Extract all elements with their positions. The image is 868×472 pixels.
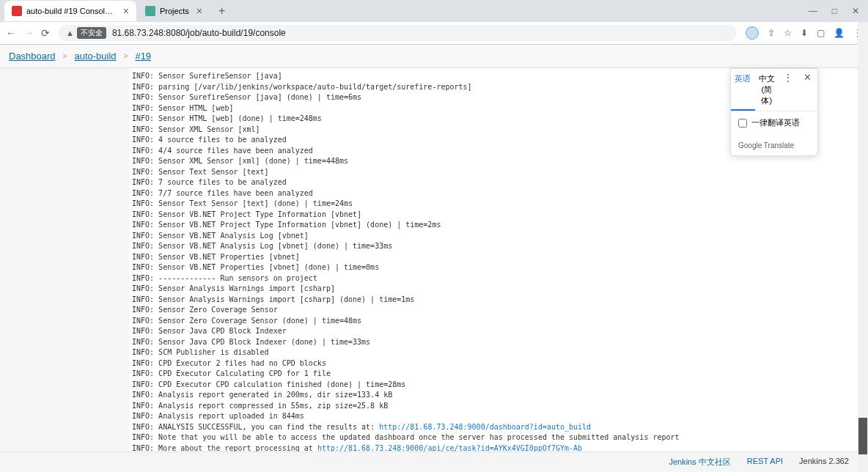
- star-icon[interactable]: ☆: [784, 28, 792, 38]
- crumb-sep: >: [63, 52, 67, 60]
- browser-tab-active[interactable]: auto-build #19 Console [Jenk ×: [4, 1, 136, 21]
- translate-popup: 英语 中文 (简体) ⋮ ✕ 一律翻译英语 Google Translate: [730, 68, 818, 156]
- translate-icon[interactable]: [746, 26, 759, 40]
- maximize-button[interactable]: □: [832, 6, 837, 16]
- scroll-thumb[interactable]: [858, 418, 867, 454]
- translate-close-icon[interactable]: ✕: [798, 69, 817, 111]
- download-icon[interactable]: ⬇: [801, 28, 808, 38]
- footer-link-community[interactable]: Jenkins 中文社区: [669, 457, 730, 468]
- translate-tab-en[interactable]: 英语: [731, 69, 755, 111]
- browser-chrome: auto-build #19 Console [Jenk × Projects …: [0, 0, 868, 45]
- reload-button[interactable]: ⟳: [41, 27, 50, 39]
- tab-title: Projects: [160, 7, 189, 15]
- new-tab-button[interactable]: +: [211, 4, 232, 18]
- close-window-button[interactable]: ✕: [852, 6, 859, 16]
- translate-checkbox-input[interactable]: [738, 119, 747, 128]
- translate-footer: Google Translate: [731, 139, 817, 155]
- minimize-button[interactable]: —: [809, 6, 817, 16]
- extension-icon[interactable]: ▢: [817, 28, 825, 38]
- crumb-job[interactable]: auto-build: [74, 51, 116, 62]
- translate-tab-zh[interactable]: 中文 (简体): [755, 69, 779, 111]
- footer-link-restapi[interactable]: REST API: [747, 457, 783, 468]
- tab-close-icon[interactable]: ×: [123, 5, 129, 17]
- sonar-favicon: [145, 6, 155, 16]
- page-footer: Jenkins 中文社区 REST API Jenkins 2.362: [0, 451, 858, 472]
- content-area: 英语 中文 (简体) ⋮ ✕ 一律翻译英语 Google Translate I…: [0, 68, 868, 472]
- window-controls: — □ ✕: [809, 6, 868, 16]
- crumb-build[interactable]: #19: [135, 51, 151, 62]
- profile-icon[interactable]: 👤: [834, 28, 845, 38]
- crumb-dashboard[interactable]: Dashboard: [9, 51, 56, 62]
- tab-bar: auto-build #19 Console [Jenk × Projects …: [0, 0, 868, 22]
- translate-always-checkbox[interactable]: 一律翻译英语: [738, 117, 810, 128]
- back-button[interactable]: ←: [6, 27, 16, 39]
- console-link[interactable]: http://81.68.73.248:9000/dashboard?id=au…: [379, 423, 591, 431]
- share-icon[interactable]: ⇪: [768, 28, 775, 38]
- tab-title: auto-build #19 Console [Jenk: [26, 7, 116, 15]
- nav-buttons: ← → ⟳: [6, 27, 50, 39]
- url-text: 81.68.73.248:8080/job/auto-build/19/cons…: [112, 28, 286, 38]
- translate-body: 一律翻译英语: [731, 111, 817, 139]
- translate-menu-icon[interactable]: ⋮: [779, 69, 798, 111]
- footer-version: Jenkins 2.362: [799, 457, 849, 468]
- url-bar[interactable]: ▲ 不安全 81.68.73.248:8080/job/auto-build/1…: [59, 25, 737, 41]
- toolbar-icons: ⇪ ☆ ⬇ ▢ 👤 ⋮: [746, 26, 862, 40]
- address-bar: ← → ⟳ ▲ 不安全 81.68.73.248:8080/job/auto-b…: [0, 22, 868, 44]
- unsafe-icon: ▲: [66, 29, 74, 37]
- scrollbar[interactable]: [858, 22, 868, 472]
- console-link[interactable]: http://81.68.73.248:9000/api/ce/task?id=…: [317, 444, 582, 452]
- crumb-sep: >: [124, 52, 128, 60]
- forward-button[interactable]: →: [23, 27, 34, 39]
- breadcrumb: Dashboard > auto-build > #19: [0, 45, 868, 68]
- tab-close-icon[interactable]: ×: [196, 5, 202, 17]
- translate-checkbox-label: 一律翻译英语: [751, 117, 800, 128]
- jenkins-favicon: [12, 6, 22, 16]
- browser-tab-inactive[interactable]: Projects ×: [138, 1, 210, 21]
- unsafe-badge: 不安全: [77, 27, 106, 39]
- translate-tabs: 英语 中文 (简体) ⋮ ✕: [731, 69, 817, 111]
